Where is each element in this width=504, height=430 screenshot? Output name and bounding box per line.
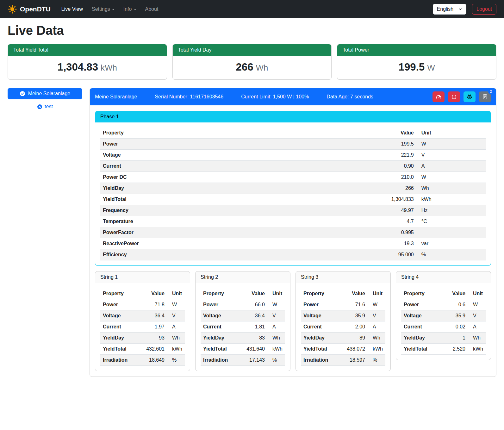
table-row: Current 1.81 A <box>201 321 285 333</box>
column-header-unit: Unit <box>167 288 185 299</box>
table-row: Power 66.0 W <box>201 299 285 310</box>
property-unit: A <box>167 321 185 333</box>
events-button[interactable]: 2 <box>479 91 491 102</box>
nav-item-info[interactable]: Info <box>120 4 140 15</box>
property-value: 0.02 <box>442 321 468 333</box>
table-row: Voltage 221.9 V <box>100 150 486 161</box>
inverter-item-test[interactable]: test <box>8 104 82 109</box>
logout-button[interactable]: Logout <box>472 4 496 15</box>
summary-value: 199.5 <box>399 61 425 73</box>
property-unit: Wh <box>167 333 185 344</box>
property-value: 18.597 <box>338 355 368 366</box>
property-unit: % <box>267 355 285 366</box>
property-unit: var <box>416 238 486 249</box>
column-header-value: Value <box>289 128 416 139</box>
table-header-row: Property Value Unit <box>301 288 385 299</box>
property-unit: Hz <box>416 205 486 216</box>
property-unit: Wh <box>368 333 385 344</box>
property-value: 49.97 <box>289 205 416 216</box>
device-info-button[interactable] <box>464 91 476 102</box>
property-value: 4.7 <box>289 216 416 227</box>
column-header-value: Value <box>138 288 167 299</box>
summary-value: 266 <box>236 61 253 73</box>
property-value: 1.97 <box>138 321 167 333</box>
table-row: YieldDay 83 Wh <box>201 333 285 344</box>
table-row: Irradiation 18.597 % <box>301 355 385 366</box>
string-card-title: String 4 <box>396 271 491 283</box>
inverter-serial: Serial Number: 116171603546 <box>155 94 223 100</box>
property-name: Current <box>100 321 138 333</box>
nav-item-about[interactable]: About <box>141 4 162 15</box>
property-name: YieldTotal <box>401 344 442 355</box>
string-card-3: String 3 Property Value Unit <box>296 271 391 371</box>
column-header-property: Property <box>201 288 238 299</box>
property-unit: kWh <box>267 344 285 355</box>
column-header-property: Property <box>401 288 442 299</box>
property-unit: W <box>267 299 285 310</box>
language-select[interactable]: English <box>433 4 466 15</box>
property-value: 221.9 <box>289 150 416 161</box>
property-unit: °C <box>416 216 486 227</box>
property-value: 266 <box>289 183 416 194</box>
limit-settings-button[interactable] <box>432 91 445 102</box>
table-row: Current 1.97 A <box>100 321 185 333</box>
property-name: YieldDay <box>100 183 289 194</box>
top-navbar: OpenDTU Live View Settings Info About En… <box>0 0 504 18</box>
property-unit: W <box>368 299 385 310</box>
inverter-item-label: test <box>45 104 53 109</box>
property-unit <box>416 227 486 238</box>
inverter-select-label: Meine Solaranlage <box>28 91 70 97</box>
property-name: Voltage <box>100 310 138 321</box>
string-card-1: String 1 Property Value Unit <box>95 271 190 371</box>
property-unit: % <box>167 355 185 366</box>
property-name: Voltage <box>301 310 338 321</box>
property-name: Current <box>301 321 338 333</box>
table-row: ReactivePower 19.3 var <box>100 238 486 249</box>
brand-label: OpenDTU <box>20 5 51 13</box>
property-name: YieldDay <box>301 333 338 344</box>
property-unit: A <box>267 321 285 333</box>
property-value: 95.000 <box>289 249 416 260</box>
property-name: Power <box>301 299 338 310</box>
inverter-select-button[interactable]: Meine Solaranlage <box>8 88 82 99</box>
string-data-table: Property Value Unit Power <box>301 288 385 366</box>
property-name: Current <box>201 321 238 333</box>
column-header-value: Value <box>238 288 267 299</box>
table-row: Voltage 36.4 V <box>201 310 285 321</box>
property-unit: V <box>416 150 486 161</box>
brand-link[interactable]: OpenDTU <box>8 4 51 14</box>
power-button[interactable] <box>448 91 460 102</box>
power-icon <box>451 94 457 100</box>
page-title: Live Data <box>8 23 496 38</box>
table-row: Voltage 35.9 V <box>401 310 486 321</box>
chevron-down-icon <box>112 9 115 10</box>
property-name: Power <box>100 299 138 310</box>
property-value: 438.072 <box>338 344 368 355</box>
property-name: YieldDay <box>201 333 238 344</box>
inverter-action-buttons: 2 <box>432 91 491 102</box>
property-name: ReactivePower <box>100 238 289 249</box>
property-unit: kWh <box>416 194 486 205</box>
nav-item-live-view[interactable]: Live View <box>58 4 87 15</box>
property-name: Power <box>100 139 289 150</box>
string-card-4: String 4 Property Value Unit <box>396 271 491 360</box>
property-name: YieldDay <box>401 333 442 344</box>
gauge-icon <box>436 94 442 100</box>
inverter-sidebar: Meine Solaranlage test <box>8 88 82 109</box>
table-row: YieldTotal 438.072 kWh <box>301 344 385 355</box>
property-value: 210.0 <box>289 172 416 183</box>
column-header-value: Value <box>338 288 368 299</box>
property-value: 17.143 <box>238 355 267 366</box>
property-name: Temperature <box>100 216 289 227</box>
property-unit: kWh <box>368 344 385 355</box>
property-name: Current <box>100 161 289 172</box>
table-header-row: Property Value Unit <box>201 288 285 299</box>
nav-item-settings[interactable]: Settings <box>88 4 118 15</box>
property-name: Irradiation <box>301 355 338 366</box>
table-row: Efficiency 95.000 % <box>100 249 486 260</box>
table-row: Power 71.6 W <box>301 299 385 310</box>
summary-card-total-yield-total: Total Yield Total 1,304.83kWh <box>8 44 167 80</box>
property-name: YieldTotal <box>100 194 289 205</box>
property-value: 19.3 <box>289 238 416 249</box>
property-name: PowerFactor <box>100 227 289 238</box>
